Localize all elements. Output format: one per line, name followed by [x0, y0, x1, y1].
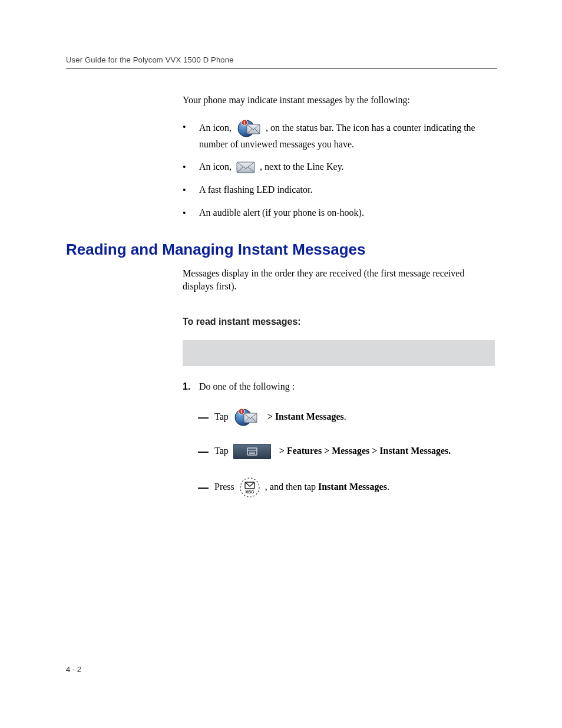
main-column: Your phone may indicate instant messages…: [183, 94, 495, 220]
bullet-marker: •: [183, 160, 199, 174]
bullet-body: An audible alert (if your phone is on-ho…: [199, 206, 495, 220]
list-item: • A fast flashing LED indicator.: [183, 183, 495, 197]
list-item: • An icon,: [183, 160, 495, 174]
svg-rect-8: [233, 444, 271, 459]
number-marker: 1.: [183, 381, 199, 392]
badge-count: 1: [243, 121, 246, 125]
bullet-body: A fast flashing LED indicator.: [199, 183, 495, 197]
document-page: User Guide for the Polycom VVX 1500 D Ph…: [0, 0, 562, 728]
bullet-body: An icon,: [199, 120, 495, 151]
header-rule: [66, 68, 497, 69]
section-heading-wrap: Reading and Managing Instant Messages: [66, 241, 497, 259]
bullet-marker: •: [183, 120, 199, 134]
running-header: User Guide for the Polycom VVX 1500 D Ph…: [66, 55, 497, 64]
list-item: 1. Do one of the following :: [183, 381, 495, 392]
text-segment: An icon,: [199, 162, 234, 172]
section-body: Messages display in the order they are r…: [183, 267, 495, 499]
sub-list: — Tap 1: [198, 409, 495, 498]
sub-body: Press MSG , and then tap Instant Message…: [214, 477, 389, 498]
list-item: — Tap: [198, 444, 495, 459]
bullet-marker: •: [183, 206, 199, 220]
text-segment: , next to the Line Key.: [260, 162, 343, 172]
list-item: — Press MSG , and then tap: [198, 477, 495, 498]
text-segment: Tap: [214, 411, 231, 421]
msg-hardkey-icon: MSG: [239, 477, 260, 498]
num-text: Do one of the following :: [199, 381, 295, 392]
envelope-icon: [236, 162, 255, 173]
text-segment: .: [387, 482, 389, 492]
bold-text: > Instant Messages: [267, 411, 344, 421]
dash-marker: —: [198, 446, 214, 458]
bold-text: Instant Messages: [318, 482, 387, 492]
envelope-badge-icon: 1: [236, 120, 261, 137]
svg-text:MSG: MSG: [245, 490, 254, 494]
page-number: 4 - 2: [66, 665, 81, 674]
menu-button-icon: [233, 444, 271, 459]
text-segment: Press: [214, 482, 237, 492]
list-item: • An icon,: [183, 120, 495, 151]
dash-marker: —: [198, 482, 214, 494]
text-segment: Tap: [214, 446, 231, 456]
procedure-subhead: To read instant messages:: [183, 317, 495, 327]
section-paragraph: Messages display in the order they are r…: [183, 267, 495, 294]
bullet-list: • An icon,: [183, 120, 495, 220]
sub-body: Tap 1: [214, 409, 346, 426]
dash-marker: —: [198, 411, 214, 424]
numbered-list: 1. Do one of the following : — Tap: [183, 381, 495, 498]
list-item: • An audible alert (if your phone is on-…: [183, 206, 495, 220]
callout-placeholder: [183, 340, 495, 366]
bold-text: > Features > Messages > Instant Messages…: [279, 446, 451, 456]
list-item: — Tap 1: [198, 409, 495, 426]
text-segment: An icon,: [199, 122, 234, 132]
envelope-badge-icon: 1: [233, 409, 258, 426]
bullet-body: An icon,: [199, 160, 495, 174]
sub-body: Tap: [214, 444, 451, 459]
bullet-marker: •: [183, 183, 199, 197]
text-segment: .: [344, 411, 346, 421]
section-heading: Reading and Managing Instant Messages: [66, 241, 497, 259]
svg-text:1: 1: [240, 410, 243, 414]
text-segment: , and then tap: [265, 482, 318, 492]
intro-paragraph: Your phone may indicate instant messages…: [183, 94, 495, 107]
svg-point-13: [240, 478, 259, 497]
